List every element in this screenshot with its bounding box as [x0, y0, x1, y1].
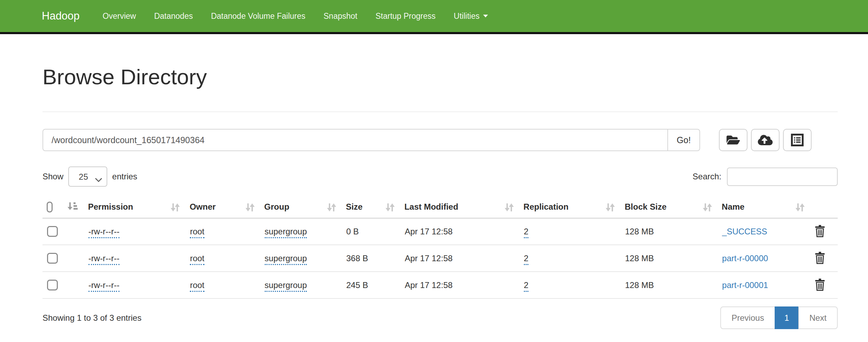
- cloud-upload-icon: [758, 134, 773, 146]
- trash-icon: [815, 225, 825, 238]
- page-length-select[interactable]: 25: [68, 166, 107, 187]
- header-group[interactable]: Group: [264, 196, 346, 218]
- last-modified-value: Apr 17 12:58: [404, 245, 524, 272]
- nav-item-utilities[interactable]: Utilities: [445, 0, 497, 32]
- file-name-link[interactable]: _SUCCESS: [722, 227, 767, 236]
- page-title: Browse Directory: [42, 65, 838, 89]
- page-number-button[interactable]: 1: [775, 306, 799, 329]
- header-actions: [814, 196, 838, 218]
- select-all-checkbox[interactable]: [47, 202, 53, 212]
- file-name-link[interactable]: part-r-00000: [722, 254, 768, 263]
- owner-value[interactable]: root: [190, 227, 204, 238]
- file-name-link[interactable]: part-r-00001: [722, 280, 768, 290]
- replication-value[interactable]: 2: [524, 227, 528, 238]
- cut-paste-button[interactable]: [783, 129, 812, 151]
- trash-icon: [815, 279, 825, 292]
- header-permission[interactable]: Permission: [88, 196, 190, 218]
- nav-item-overview[interactable]: Overview: [94, 0, 145, 32]
- next-page-button[interactable]: Next: [798, 306, 838, 329]
- page-length-control: Show 25 entries: [42, 166, 137, 187]
- navbar-brand[interactable]: Hadoop: [42, 10, 80, 22]
- directory-path-input[interactable]: [42, 129, 668, 151]
- header-name-label: Name: [722, 202, 744, 211]
- owner-value[interactable]: root: [190, 280, 204, 292]
- search-input[interactable]: [727, 168, 838, 186]
- sort-amount-icon: [67, 202, 78, 212]
- group-value[interactable]: supergroup: [265, 254, 307, 265]
- sort-both-icon: [505, 203, 514, 214]
- previous-page-button[interactable]: Previous: [720, 306, 775, 329]
- header-owner[interactable]: Owner: [189, 196, 264, 218]
- go-button[interactable]: Go!: [667, 129, 700, 151]
- header-size[interactable]: Size: [346, 196, 404, 218]
- block-size-value: 128 MB: [625, 245, 722, 272]
- caret-down-icon: [483, 15, 488, 17]
- nav-item-startup-progress[interactable]: Startup Progress: [366, 0, 445, 32]
- size-value: 245 B: [346, 272, 404, 298]
- sort-both-icon: [386, 203, 395, 214]
- header-last-modified-label: Last Modified: [404, 202, 458, 211]
- search-label: Search:: [692, 172, 721, 181]
- table-row: -rw-r--r-- root supergroup 245 B Apr 17 …: [42, 272, 838, 298]
- top-navbar: Hadoop Overview Datanodes Datanode Volum…: [0, 0, 868, 34]
- size-value: 0 B: [346, 218, 404, 245]
- header-name[interactable]: Name: [722, 196, 814, 218]
- delete-file-button[interactable]: [815, 225, 825, 238]
- nav-item-snapshot[interactable]: Snapshot: [315, 0, 366, 32]
- row-checkbox[interactable]: [47, 226, 58, 237]
- group-value[interactable]: supergroup: [265, 280, 307, 292]
- sort-both-icon: [171, 203, 180, 214]
- file-action-buttons: [719, 129, 812, 151]
- permission-value[interactable]: -rw-r--r--: [88, 254, 119, 265]
- nav-item-datanode-volume-failures[interactable]: Datanode Volume Failures: [202, 0, 315, 32]
- delete-file-button[interactable]: [815, 279, 825, 292]
- path-input-group: Go!: [42, 129, 700, 151]
- folder-open-icon: [726, 134, 741, 146]
- pagination: Previous 1 Next: [720, 306, 838, 329]
- path-bar: Go!: [42, 129, 838, 151]
- header-block-size-label: Block Size: [625, 202, 666, 211]
- show-label: Show: [42, 172, 63, 181]
- table-header-row: Permission Owner Group: [42, 196, 838, 218]
- header-replication-label: Replication: [524, 202, 568, 211]
- header-owner-label: Owner: [189, 202, 216, 211]
- owner-value[interactable]: root: [190, 254, 204, 265]
- block-size-value: 128 MB: [625, 272, 722, 298]
- row-checkbox[interactable]: [47, 253, 58, 264]
- header-last-modified[interactable]: Last Modified: [404, 196, 524, 218]
- last-modified-value: Apr 17 12:58: [404, 272, 524, 298]
- header-size-label: Size: [346, 202, 363, 211]
- sort-both-icon: [246, 203, 255, 214]
- sort-both-icon: [606, 203, 615, 214]
- nav-item-datanodes[interactable]: Datanodes: [145, 0, 202, 32]
- list-alt-icon: [791, 133, 804, 147]
- upload-files-button[interactable]: [751, 129, 780, 151]
- header-group-label: Group: [264, 202, 289, 211]
- header-permission-label: Permission: [88, 202, 133, 211]
- entries-info: Showing 1 to 3 of 3 entries: [42, 313, 141, 323]
- sort-both-icon: [703, 203, 712, 214]
- header-block-size[interactable]: Block Size: [625, 196, 722, 218]
- navbar-menu: Overview Datanodes Datanode Volume Failu…: [94, 0, 497, 32]
- create-directory-button[interactable]: [719, 129, 747, 151]
- table-controls: Show 25 entries Search:: [42, 166, 838, 187]
- header-replication[interactable]: Replication: [524, 196, 625, 218]
- nav-item-utilities-label: Utilities: [454, 11, 480, 21]
- last-modified-value: Apr 17 12:58: [404, 218, 524, 245]
- search-control: Search:: [692, 168, 838, 186]
- group-value[interactable]: supergroup: [265, 227, 307, 238]
- table-footer: Showing 1 to 3 of 3 entries Previous 1 N…: [42, 306, 838, 329]
- file-browser-table: Permission Owner Group: [42, 196, 838, 299]
- permission-value[interactable]: -rw-r--r--: [88, 227, 119, 238]
- replication-value[interactable]: 2: [524, 254, 528, 265]
- delete-file-button[interactable]: [815, 252, 825, 265]
- table-row: -rw-r--r-- root supergroup 0 B Apr 17 12…: [42, 218, 838, 245]
- entries-label: entries: [112, 172, 137, 181]
- header-select-all[interactable]: [42, 196, 88, 218]
- block-size-value: 128 MB: [625, 218, 722, 245]
- sort-both-icon: [796, 203, 805, 214]
- title-divider: [42, 111, 838, 112]
- row-checkbox[interactable]: [47, 280, 58, 290]
- replication-value[interactable]: 2: [524, 280, 528, 292]
- permission-value[interactable]: -rw-r--r--: [88, 280, 119, 292]
